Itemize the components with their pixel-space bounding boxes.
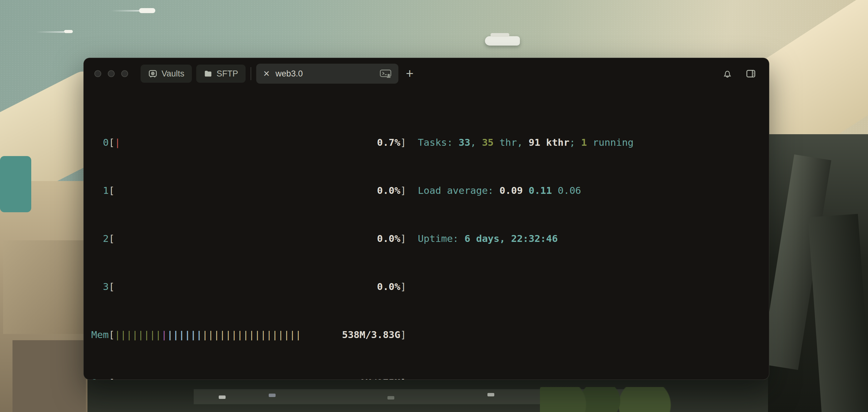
text-segment: ;: [569, 137, 581, 148]
cpu3-meter: 3[0.0%]: [91, 281, 406, 293]
bracket: [: [109, 184, 115, 197]
text-segment: Uptime:: [418, 233, 464, 244]
folder-icon: [204, 69, 213, 78]
text-segment: 0.06: [558, 185, 581, 196]
background-ship: [485, 36, 520, 45]
cpu2-line: 2[0.0%] Uptime: 6 days, 22:32:46: [91, 233, 762, 245]
tab-title: web3.0: [276, 69, 380, 79]
cpu0-percent: 0.7%: [377, 136, 401, 148]
bracket: [: [109, 281, 115, 293]
window-titlebar: Vaults SFTP ✕ web3.0: [84, 58, 769, 89]
cpu1-line: 1[0.0%] Load average: 0.09 0.11 0.06: [91, 184, 762, 197]
text-segment: 1: [581, 137, 587, 148]
vaults-label: Vaults: [161, 69, 184, 79]
text-segment: thr: [494, 137, 517, 148]
swap-meter: Swp[0K/975M]: [91, 377, 406, 380]
background-pool: [0, 156, 31, 212]
memory-label: Mem: [91, 329, 109, 341]
text-segment: Tasks:: [418, 137, 459, 148]
bracket: [: [109, 329, 115, 341]
zoom-window-button[interactable]: [121, 70, 128, 77]
text-segment: 33: [459, 137, 470, 148]
bracket: [: [109, 377, 115, 380]
memory-usage-ticks: ||||||||||||||||||||||||||||||||: [115, 329, 301, 341]
tab-web3[interactable]: ✕ web3.0: [256, 64, 398, 84]
notifications-bell-icon[interactable]: [722, 68, 733, 79]
cpu3-label: 3: [91, 281, 109, 293]
meter-ticks: |||||||||||||||||: [202, 329, 301, 340]
text-segment: 0.11: [529, 185, 558, 196]
cpu0-label: 0: [91, 136, 109, 148]
host-terminal-icon: [380, 69, 392, 78]
bracket: ]: [400, 329, 406, 341]
vault-icon: [148, 69, 157, 78]
close-tab-icon[interactable]: ✕: [263, 69, 270, 79]
meter-ticks: |: [161, 329, 167, 340]
text-segment: running: [587, 137, 633, 148]
background-building: [12, 340, 86, 412]
cpu0-meter: 0[|0.7%]: [91, 136, 406, 148]
text-segment: 91 kthr: [529, 137, 569, 148]
swap-line: Swp[0K/975M]: [91, 377, 762, 380]
text-segment: ,: [470, 137, 482, 148]
bracket: ]: [400, 184, 406, 197]
bracket: ]: [400, 233, 406, 245]
bracket: ]: [400, 136, 406, 148]
meter-ticks: ||||||: [167, 329, 202, 340]
vaults-button[interactable]: Vaults: [141, 65, 192, 83]
cpu2-meter: 2[0.0%]: [91, 233, 406, 245]
sftp-button[interactable]: SFTP: [196, 65, 246, 83]
text-segment: 6 days, 22:32:46: [464, 233, 558, 244]
terminal-window: Vaults SFTP ✕ web3.0: [84, 58, 769, 380]
background-trees: [540, 387, 674, 412]
cpu2-percent: 0.0%: [377, 233, 401, 245]
cpu0-line: 0[|0.7%] Tasks: 33, 35 thr, 91 kthr; 1 r…: [91, 136, 762, 148]
sftp-label: SFTP: [217, 69, 238, 79]
bracket: [: [109, 233, 115, 245]
background-car: [388, 396, 394, 400]
htop-terminal[interactable]: 0[|0.7%] Tasks: 33, 35 thr, 91 kthr; 1 r…: [91, 89, 762, 380]
bracket: ]: [400, 377, 406, 380]
minimize-window-button[interactable]: [108, 70, 115, 77]
memory-value: 538M/3.83G: [342, 329, 401, 341]
swap-value: 0K/975M: [360, 377, 401, 380]
background-building: [3, 240, 86, 334]
cpu1-meter: 1[0.0%]: [91, 184, 406, 197]
bracket: ]: [400, 281, 406, 293]
close-window-button[interactable]: [94, 70, 101, 77]
text-segment: 35: [482, 137, 493, 148]
cpu3-percent: 0.0%: [377, 281, 401, 293]
background-boat: [64, 30, 73, 33]
memory-line: Mem[||||||||||||||||||||||||||||||||538M…: [91, 329, 762, 341]
text-segment: Load average:: [418, 185, 499, 196]
cpu0-bar: |: [115, 136, 121, 148]
background-boat: [139, 8, 155, 13]
bracket: [: [109, 136, 115, 148]
new-tab-button[interactable]: +: [406, 67, 414, 80]
cpu1-label: 1: [91, 184, 109, 197]
text-segment: ,: [517, 137, 528, 148]
background-car: [488, 393, 494, 397]
uptime: Uptime: 6 days, 22:32:46: [418, 233, 558, 245]
traffic-lights: [94, 70, 128, 77]
tasks-summary: Tasks: 33, 35 thr, 91 kthr; 1 running: [418, 136, 634, 148]
titlebar-divider: [251, 67, 251, 80]
swap-label: Swp: [91, 377, 109, 380]
text-segment: 0.09: [499, 185, 528, 196]
titlebar-right-actions: [722, 68, 756, 79]
side-panel-icon[interactable]: [745, 68, 756, 79]
memory-meter: Mem[||||||||||||||||||||||||||||||||538M…: [91, 329, 406, 341]
background-car: [219, 396, 226, 399]
load-average: Load average: 0.09 0.11 0.06: [418, 184, 581, 197]
meter-ticks: ||||||||: [115, 329, 161, 340]
cpu3-line: 3[0.0%]: [91, 281, 762, 293]
cpu1-percent: 0.0%: [377, 184, 401, 197]
background-car: [269, 393, 276, 397]
cpu2-label: 2: [91, 233, 109, 245]
